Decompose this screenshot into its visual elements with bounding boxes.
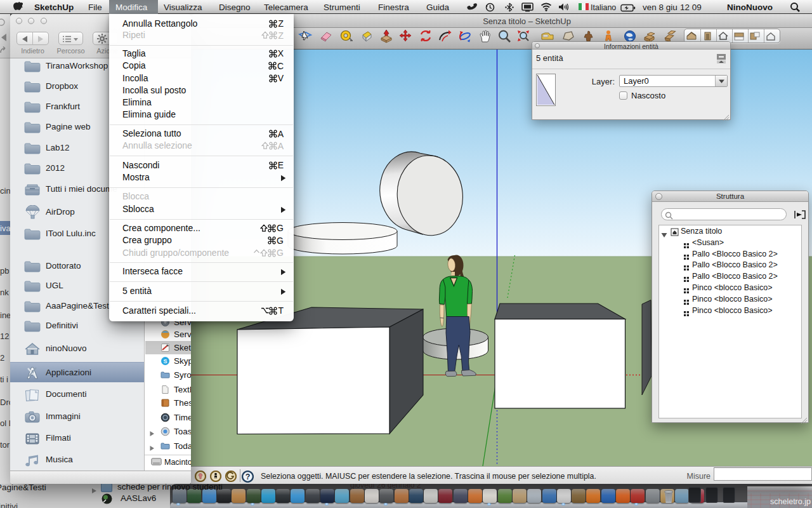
svg-text:?: ? <box>246 472 251 481</box>
svg-text:S: S <box>163 358 167 364</box>
